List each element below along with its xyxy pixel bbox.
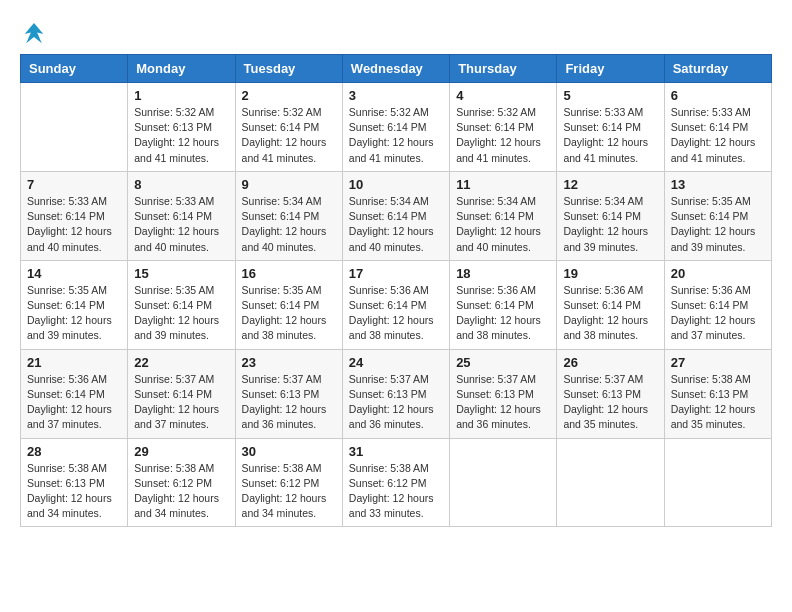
day-info: Sunrise: 5:37 AMSunset: 6:13 PMDaylight:… bbox=[242, 372, 336, 433]
calendar-cell: 13Sunrise: 5:35 AMSunset: 6:14 PMDayligh… bbox=[664, 171, 771, 260]
day-number: 12 bbox=[563, 177, 657, 192]
page-header bbox=[20, 20, 772, 48]
day-number: 16 bbox=[242, 266, 336, 281]
day-info: Sunrise: 5:36 AMSunset: 6:14 PMDaylight:… bbox=[563, 283, 657, 344]
day-number: 7 bbox=[27, 177, 121, 192]
day-info: Sunrise: 5:35 AMSunset: 6:14 PMDaylight:… bbox=[671, 194, 765, 255]
day-number: 1 bbox=[134, 88, 228, 103]
calendar-cell: 19Sunrise: 5:36 AMSunset: 6:14 PMDayligh… bbox=[557, 260, 664, 349]
day-number: 25 bbox=[456, 355, 550, 370]
day-number: 2 bbox=[242, 88, 336, 103]
calendar-cell: 8Sunrise: 5:33 AMSunset: 6:14 PMDaylight… bbox=[128, 171, 235, 260]
day-number: 10 bbox=[349, 177, 443, 192]
day-info: Sunrise: 5:34 AMSunset: 6:14 PMDaylight:… bbox=[349, 194, 443, 255]
day-info: Sunrise: 5:38 AMSunset: 6:12 PMDaylight:… bbox=[349, 461, 443, 522]
calendar-header-tuesday: Tuesday bbox=[235, 55, 342, 83]
day-info: Sunrise: 5:32 AMSunset: 6:14 PMDaylight:… bbox=[242, 105, 336, 166]
day-info: Sunrise: 5:32 AMSunset: 6:14 PMDaylight:… bbox=[349, 105, 443, 166]
day-number: 14 bbox=[27, 266, 121, 281]
svg-marker-0 bbox=[25, 23, 44, 43]
day-number: 27 bbox=[671, 355, 765, 370]
day-number: 5 bbox=[563, 88, 657, 103]
day-number: 13 bbox=[671, 177, 765, 192]
calendar-cell: 16Sunrise: 5:35 AMSunset: 6:14 PMDayligh… bbox=[235, 260, 342, 349]
day-info: Sunrise: 5:37 AMSunset: 6:13 PMDaylight:… bbox=[563, 372, 657, 433]
calendar-cell: 20Sunrise: 5:36 AMSunset: 6:14 PMDayligh… bbox=[664, 260, 771, 349]
day-number: 4 bbox=[456, 88, 550, 103]
day-info: Sunrise: 5:33 AMSunset: 6:14 PMDaylight:… bbox=[671, 105, 765, 166]
day-info: Sunrise: 5:35 AMSunset: 6:14 PMDaylight:… bbox=[27, 283, 121, 344]
calendar-cell: 15Sunrise: 5:35 AMSunset: 6:14 PMDayligh… bbox=[128, 260, 235, 349]
day-info: Sunrise: 5:34 AMSunset: 6:14 PMDaylight:… bbox=[563, 194, 657, 255]
calendar-header-monday: Monday bbox=[128, 55, 235, 83]
day-number: 26 bbox=[563, 355, 657, 370]
day-number: 15 bbox=[134, 266, 228, 281]
calendar-cell bbox=[557, 438, 664, 527]
calendar-cell: 5Sunrise: 5:33 AMSunset: 6:14 PMDaylight… bbox=[557, 83, 664, 172]
day-number: 3 bbox=[349, 88, 443, 103]
day-info: Sunrise: 5:36 AMSunset: 6:14 PMDaylight:… bbox=[349, 283, 443, 344]
calendar-header-row: SundayMondayTuesdayWednesdayThursdayFrid… bbox=[21, 55, 772, 83]
day-number: 28 bbox=[27, 444, 121, 459]
calendar-cell: 7Sunrise: 5:33 AMSunset: 6:14 PMDaylight… bbox=[21, 171, 128, 260]
calendar-cell: 26Sunrise: 5:37 AMSunset: 6:13 PMDayligh… bbox=[557, 349, 664, 438]
day-info: Sunrise: 5:36 AMSunset: 6:14 PMDaylight:… bbox=[456, 283, 550, 344]
day-info: Sunrise: 5:38 AMSunset: 6:13 PMDaylight:… bbox=[27, 461, 121, 522]
logo bbox=[20, 20, 52, 48]
calendar-header-saturday: Saturday bbox=[664, 55, 771, 83]
day-number: 23 bbox=[242, 355, 336, 370]
day-number: 8 bbox=[134, 177, 228, 192]
day-info: Sunrise: 5:36 AMSunset: 6:14 PMDaylight:… bbox=[671, 283, 765, 344]
calendar-cell: 18Sunrise: 5:36 AMSunset: 6:14 PMDayligh… bbox=[450, 260, 557, 349]
day-number: 31 bbox=[349, 444, 443, 459]
day-number: 9 bbox=[242, 177, 336, 192]
day-number: 22 bbox=[134, 355, 228, 370]
calendar-cell: 22Sunrise: 5:37 AMSunset: 6:14 PMDayligh… bbox=[128, 349, 235, 438]
day-info: Sunrise: 5:35 AMSunset: 6:14 PMDaylight:… bbox=[242, 283, 336, 344]
calendar-cell: 14Sunrise: 5:35 AMSunset: 6:14 PMDayligh… bbox=[21, 260, 128, 349]
calendar-cell: 29Sunrise: 5:38 AMSunset: 6:12 PMDayligh… bbox=[128, 438, 235, 527]
calendar-cell: 30Sunrise: 5:38 AMSunset: 6:12 PMDayligh… bbox=[235, 438, 342, 527]
calendar-header-sunday: Sunday bbox=[21, 55, 128, 83]
logo-icon bbox=[20, 20, 48, 48]
day-info: Sunrise: 5:37 AMSunset: 6:14 PMDaylight:… bbox=[134, 372, 228, 433]
calendar-cell: 27Sunrise: 5:38 AMSunset: 6:13 PMDayligh… bbox=[664, 349, 771, 438]
calendar-cell: 4Sunrise: 5:32 AMSunset: 6:14 PMDaylight… bbox=[450, 83, 557, 172]
calendar-cell: 25Sunrise: 5:37 AMSunset: 6:13 PMDayligh… bbox=[450, 349, 557, 438]
day-number: 18 bbox=[456, 266, 550, 281]
day-number: 20 bbox=[671, 266, 765, 281]
day-number: 29 bbox=[134, 444, 228, 459]
day-info: Sunrise: 5:33 AMSunset: 6:14 PMDaylight:… bbox=[134, 194, 228, 255]
calendar-cell: 6Sunrise: 5:33 AMSunset: 6:14 PMDaylight… bbox=[664, 83, 771, 172]
calendar-week-row: 7Sunrise: 5:33 AMSunset: 6:14 PMDaylight… bbox=[21, 171, 772, 260]
calendar-cell bbox=[664, 438, 771, 527]
day-info: Sunrise: 5:37 AMSunset: 6:13 PMDaylight:… bbox=[456, 372, 550, 433]
calendar-week-row: 1Sunrise: 5:32 AMSunset: 6:13 PMDaylight… bbox=[21, 83, 772, 172]
calendar-week-row: 14Sunrise: 5:35 AMSunset: 6:14 PMDayligh… bbox=[21, 260, 772, 349]
calendar-cell: 24Sunrise: 5:37 AMSunset: 6:13 PMDayligh… bbox=[342, 349, 449, 438]
calendar-cell: 17Sunrise: 5:36 AMSunset: 6:14 PMDayligh… bbox=[342, 260, 449, 349]
calendar-header-thursday: Thursday bbox=[450, 55, 557, 83]
calendar-week-row: 28Sunrise: 5:38 AMSunset: 6:13 PMDayligh… bbox=[21, 438, 772, 527]
calendar-cell: 12Sunrise: 5:34 AMSunset: 6:14 PMDayligh… bbox=[557, 171, 664, 260]
calendar-cell: 11Sunrise: 5:34 AMSunset: 6:14 PMDayligh… bbox=[450, 171, 557, 260]
calendar-cell: 2Sunrise: 5:32 AMSunset: 6:14 PMDaylight… bbox=[235, 83, 342, 172]
calendar-cell: 28Sunrise: 5:38 AMSunset: 6:13 PMDayligh… bbox=[21, 438, 128, 527]
day-info: Sunrise: 5:38 AMSunset: 6:13 PMDaylight:… bbox=[671, 372, 765, 433]
calendar-cell: 31Sunrise: 5:38 AMSunset: 6:12 PMDayligh… bbox=[342, 438, 449, 527]
day-info: Sunrise: 5:38 AMSunset: 6:12 PMDaylight:… bbox=[242, 461, 336, 522]
day-number: 30 bbox=[242, 444, 336, 459]
calendar-cell: 23Sunrise: 5:37 AMSunset: 6:13 PMDayligh… bbox=[235, 349, 342, 438]
calendar-header-friday: Friday bbox=[557, 55, 664, 83]
day-number: 19 bbox=[563, 266, 657, 281]
day-info: Sunrise: 5:32 AMSunset: 6:14 PMDaylight:… bbox=[456, 105, 550, 166]
calendar-cell: 1Sunrise: 5:32 AMSunset: 6:13 PMDaylight… bbox=[128, 83, 235, 172]
day-info: Sunrise: 5:34 AMSunset: 6:14 PMDaylight:… bbox=[242, 194, 336, 255]
day-number: 6 bbox=[671, 88, 765, 103]
calendar-cell bbox=[21, 83, 128, 172]
day-info: Sunrise: 5:32 AMSunset: 6:13 PMDaylight:… bbox=[134, 105, 228, 166]
day-number: 17 bbox=[349, 266, 443, 281]
day-info: Sunrise: 5:35 AMSunset: 6:14 PMDaylight:… bbox=[134, 283, 228, 344]
calendar-cell: 10Sunrise: 5:34 AMSunset: 6:14 PMDayligh… bbox=[342, 171, 449, 260]
day-number: 11 bbox=[456, 177, 550, 192]
